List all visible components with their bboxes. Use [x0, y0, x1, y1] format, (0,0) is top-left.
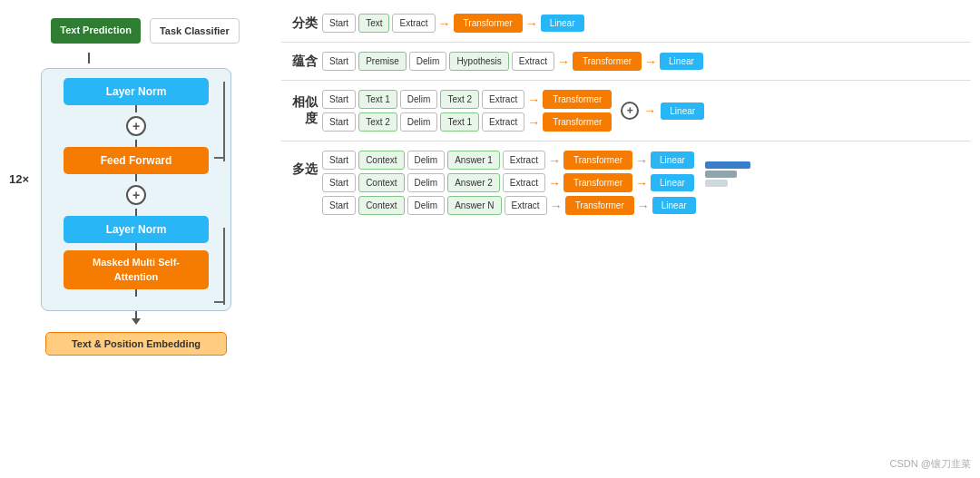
seq-linear-sim: Linear — [661, 102, 704, 120]
seq-linear-cls: Linear — [541, 15, 584, 32]
seq-context-mc2: Context — [358, 173, 404, 192]
seq-transformer-mc2: Transformer — [564, 173, 632, 192]
seq-extract-ent: Extract — [512, 52, 554, 71]
embedding-box: Text & Position Embedding — [45, 332, 227, 356]
conn7 — [135, 311, 137, 318]
seq-start-mc1: Start — [322, 151, 356, 170]
task-row-similarity: 相似度 Start Text 1 Delim Text 2 Extract → … — [281, 90, 971, 132]
seq-entailment: Start Premise Delim Hypothesis Extract →… — [322, 52, 703, 71]
arrow-ent: → — [557, 54, 570, 69]
seq-classification: Start Text Extract → Transformer → Linea… — [322, 14, 584, 33]
skip-ff-line — [223, 82, 225, 161]
skip-ff-horiz — [214, 157, 225, 159]
feed-forward: Feed Forward — [64, 147, 209, 174]
arrow-mc1b: → — [635, 153, 648, 168]
label-12x: 12× — [9, 172, 29, 186]
seq-extract-sim1: Extract — [482, 90, 524, 109]
seq-delim-mc1: Delim — [407, 151, 446, 170]
stack-bar-1 — [705, 161, 750, 169]
plus-circle-attn: + — [126, 185, 146, 205]
seq-start-mc3: Start — [322, 196, 356, 215]
stacked-output — [705, 161, 750, 187]
connector-top — [88, 53, 90, 63]
arrow-mc2b: → — [635, 176, 648, 190]
seq-linear-ent: Linear — [660, 53, 703, 70]
seq-answer2-mc2: Answer 2 — [447, 173, 500, 192]
arrow-mc3b: → — [637, 199, 650, 213]
seq-text1-sim2: Text 1 — [440, 112, 479, 132]
conn4 — [135, 209, 137, 216]
plus-circle-ff: + — [126, 116, 146, 136]
seq-answerN-mc3: Answer N — [447, 196, 501, 215]
task-label-similarity: 相似度 — [281, 94, 318, 127]
plus-circle-sim: + — [621, 102, 639, 120]
divider3 — [281, 141, 971, 141]
seq-transformer-cls: Transformer — [454, 14, 523, 33]
task-row-classification: 分类 Start Text Extract → Transformer → Li… — [281, 14, 971, 33]
divider1 — [281, 42, 971, 43]
watermark: CSDN @镶刀韭菜 — [890, 457, 971, 471]
seq-extract-mc2: Extract — [503, 173, 545, 192]
arrow-sim2: → — [527, 115, 540, 130]
arrow-cls: → — [438, 16, 451, 31]
seq-delim-sim1: Delim — [400, 90, 438, 109]
seq-start-cls: Start — [322, 14, 356, 33]
arrow-mc2: → — [548, 176, 561, 190]
seq-transformer-sim1: Transformer — [543, 90, 612, 109]
seq-delim-ent: Delim — [409, 52, 447, 71]
seq-transformer-sim2: Transformer — [543, 112, 612, 132]
arrow-cls2: → — [525, 16, 538, 31]
seq-text1-sim1: Text 1 — [358, 90, 397, 109]
seq-text-cls: Text — [358, 14, 389, 33]
arrow-sim1: → — [527, 93, 540, 107]
skip-attn-line — [223, 228, 225, 305]
task-row-entailment: 蕴含 Start Premise Delim Hypothesis Extrac… — [281, 52, 971, 71]
task-classifier-label: Task Classifier — [150, 18, 240, 44]
left-panel: Text Prediction Task Classifier Layer No… — [9, 9, 263, 469]
seq-sim-row2: Start Text 2 Delim Text 1 Extract → Tran… — [322, 112, 612, 132]
arrow-mc3: → — [550, 199, 563, 213]
seq-sim-row1: Start Text 1 Delim Text 2 Extract → Tran… — [322, 90, 612, 109]
main-container: Text Prediction Task Classifier Layer No… — [0, 0, 980, 478]
seq-delim-sim2: Delim — [400, 112, 438, 132]
seq-linear-mc2: Linear — [651, 174, 694, 191]
task-row-mc: 多选 Start Context Delim Answer 1 Extract … — [281, 151, 971, 215]
arrow-sim-out: → — [643, 103, 656, 118]
seq-start-sim1: Start — [322, 90, 356, 109]
seq-delim-mc2: Delim — [407, 173, 446, 192]
seq-answer1-mc1: Answer 1 — [447, 151, 500, 170]
conn6 — [135, 289, 137, 297]
seq-extract-sim2: Extract — [482, 112, 524, 132]
seq-start-sim2: Start — [322, 112, 356, 132]
task-label-mc: 多选 — [281, 161, 318, 178]
conn5 — [135, 243, 137, 250]
divider2 — [281, 80, 971, 81]
conn3 — [135, 174, 137, 181]
seq-premise: Premise — [358, 52, 407, 71]
skip-attn-horiz — [214, 301, 225, 303]
seq-context-mc1: Context — [358, 151, 404, 170]
seq-text2-sim2: Text 2 — [358, 112, 397, 132]
seq-transformer-mc3: Transformer — [565, 196, 634, 215]
seq-start-ent: Start — [322, 52, 356, 71]
seq-linear-mc3: Linear — [652, 197, 696, 214]
right-panel: 分类 Start Text Extract → Transformer → Li… — [272, 9, 971, 469]
seq-transformer-mc1: Transformer — [564, 151, 632, 170]
arrow-mc1: → — [548, 153, 561, 168]
seq-mc-row2: Start Context Delim Answer 2 Extract → T… — [322, 173, 696, 192]
top-labels: Text Prediction Task Classifier — [51, 18, 240, 44]
arrow-down-embed — [132, 318, 141, 325]
conn2 — [135, 140, 137, 147]
seq-mc-row1: Start Context Delim Answer 1 Extract → T… — [322, 151, 696, 170]
masked-multi-attn: Masked Multi Self-Attention — [64, 250, 209, 289]
text-prediction-label: Text Prediction — [51, 18, 141, 44]
seq-hypothesis: Hypothesis — [449, 52, 508, 71]
stack-bar-2 — [705, 171, 737, 178]
seq-linear-mc1: Linear — [651, 151, 694, 169]
seq-extract-cls: Extract — [392, 14, 435, 33]
seq-context-mc3: Context — [358, 196, 404, 215]
conn1 — [135, 105, 137, 112]
seq-transformer-ent: Transformer — [573, 52, 642, 71]
layer-norm-bottom: Layer Norm — [64, 216, 209, 243]
arrow-ent2: → — [644, 54, 657, 69]
